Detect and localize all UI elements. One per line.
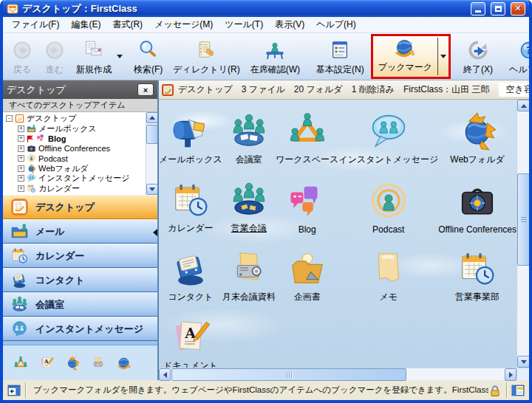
tree-item-desktop[interactable]: - デスクトップ: [6, 114, 144, 124]
directory-icon: [196, 39, 218, 61]
scrollbar-thumb[interactable]: [517, 173, 530, 266]
expand-expander-icon[interactable]: +: [18, 135, 24, 142]
menu-edit[interactable]: 編集(E): [65, 17, 106, 32]
item-sales-department[interactable]: 営業事業部: [438, 238, 516, 307]
tree-item-offline-conferences[interactable]: + Offline Conferences: [6, 144, 144, 154]
menu-format[interactable]: 書式(R): [106, 17, 149, 32]
directory-button[interactable]: ディレクトリ(R): [168, 34, 245, 79]
instant-message-icon: [27, 173, 36, 183]
sidebar-item-instant-message[interactable]: インスタントメッセージ: [3, 317, 157, 341]
chevron-down-icon: [117, 55, 123, 58]
item-conference-room[interactable]: 会議室: [222, 101, 276, 170]
scrollbar-thumb[interactable]: [171, 368, 406, 381]
item-podcast[interactable]: Podcast: [338, 170, 438, 238]
item-sales-meeting[interactable]: 営業会議: [222, 170, 276, 238]
item-offline-conferences[interactable]: Offline Conferences: [438, 170, 516, 238]
scroll-up-button[interactable]: [146, 112, 157, 123]
item-webfolder[interactable]: Webフォルダ: [438, 101, 516, 170]
calendar-icon: [170, 179, 211, 221]
svg-text:?: ?: [526, 44, 532, 56]
expand-expander-icon[interactable]: +: [18, 165, 24, 172]
bookmark-dropdown[interactable]: [438, 36, 449, 77]
forward-button[interactable]: 進む: [38, 34, 71, 79]
arrow-down-icon: [521, 360, 527, 364]
sidebar-item-mail[interactable]: メール: [3, 219, 157, 244]
scroll-up-button[interactable]: [517, 100, 530, 111]
back-button[interactable]: 戻る: [6, 34, 38, 79]
sidebar-filter-bar[interactable]: すべてのデスクトップアイテム: [3, 99, 157, 112]
preferences-button[interactable]: 基本設定(N): [311, 34, 369, 79]
presence-button[interactable]: 在席確認(W): [245, 34, 305, 79]
exit-button[interactable]: 終了(X): [458, 34, 498, 79]
tree-item-instant-message[interactable]: + インスタントメッセージ: [6, 173, 144, 184]
expand-expander-icon[interactable]: +: [18, 145, 24, 152]
menu-help[interactable]: ヘルプ(H): [310, 17, 362, 32]
maximize-button[interactable]: [491, 2, 505, 16]
expand-expander-icon[interactable]: +: [18, 185, 24, 192]
arrow-left-icon: [163, 372, 167, 378]
scroll-right-button[interactable]: [505, 368, 516, 381]
preferences-icon: [329, 39, 351, 61]
workspace-icon[interactable]: [13, 356, 28, 371]
tree-item-webfolder[interactable]: + Webフォルダ: [6, 164, 144, 174]
new-dropdown[interactable]: [117, 34, 123, 79]
scroll-down-button[interactable]: [517, 356, 530, 368]
collapse-expander-icon[interactable]: -: [6, 115, 13, 122]
menu-view[interactable]: 表示(V): [269, 17, 310, 32]
close-button[interactable]: ✕: [511, 2, 525, 16]
presentation-icon[interactable]: [91, 356, 106, 371]
sidebar-item-calendar[interactable]: カレンダー: [3, 244, 157, 268]
item-calendar[interactable]: カレンダー: [159, 170, 222, 238]
expand-expander-icon[interactable]: +: [18, 125, 24, 132]
account-name: FirstClass：山田 三郎: [403, 83, 490, 96]
scroll-left-button[interactable]: [159, 368, 171, 381]
item-proposal[interactable]: 企画書: [276, 238, 338, 307]
minimize-icon: [475, 10, 481, 13]
layout-icon[interactable]: [511, 384, 525, 397]
web-folder-icon[interactable]: [65, 356, 80, 371]
item-blog[interactable]: Blog: [276, 170, 338, 238]
item-monthly-meeting-docs[interactable]: 月末会議資料: [222, 238, 276, 307]
tree-item-blog[interactable]: + Blog: [6, 134, 144, 144]
mailbox-icon: [170, 110, 211, 153]
horizontal-scrollbar[interactable]: [159, 368, 516, 380]
item-memo[interactable]: メモ: [338, 238, 438, 307]
menu-tools[interactable]: ツール(T): [219, 17, 269, 32]
bookmark-globe-icon[interactable]: [117, 356, 132, 371]
vertical-scrollbar[interactable]: [516, 100, 529, 368]
sidebar-item-conferences[interactable]: 会議室: [3, 292, 157, 317]
item-label: Offline Conferences: [438, 224, 516, 235]
minimize-button[interactable]: [471, 2, 485, 16]
search-button[interactable]: 検索(F): [129, 34, 168, 79]
chevron-down-icon: [440, 55, 446, 58]
item-contacts[interactable]: コンタクト: [159, 238, 222, 307]
tree-scrollbar[interactable]: [146, 112, 157, 195]
sidebar-collapse-arrow-icon[interactable]: [153, 229, 157, 236]
item-label: Podcast: [372, 224, 404, 235]
menu-message[interactable]: メッセージ(M): [149, 17, 219, 32]
item-workspace[interactable]: ワークスペース: [276, 101, 338, 170]
item-instant-message[interactable]: インスタントメッセージ: [338, 101, 438, 170]
scroll-down-button[interactable]: [146, 184, 157, 195]
panel-toggle-icon[interactable]: [7, 384, 21, 397]
bookmark-button[interactable]: ブックマーク: [373, 36, 437, 77]
scrollbar-thumb[interactable]: [146, 125, 157, 144]
expand-expander-icon[interactable]: +: [18, 175, 24, 182]
new-button[interactable]: 新規作成: [71, 34, 117, 79]
item-label: 会議室: [236, 154, 262, 166]
panel-close-button[interactable]: ×: [137, 83, 154, 96]
tree-item-calendar[interactable]: + カレンダー: [6, 184, 144, 194]
back-icon: [11, 39, 33, 61]
menu-file[interactable]: ファイル(F): [6, 17, 65, 32]
expand-expander-icon[interactable]: +: [18, 155, 24, 162]
tree-item-mailbox[interactable]: + メールボックス: [6, 124, 144, 134]
bookmark-label: ブックマーク: [378, 61, 432, 74]
sidebar-item-contacts[interactable]: コンタクト: [3, 268, 157, 292]
tree-item-podcast[interactable]: + Podcast: [6, 154, 144, 164]
item-documents[interactable]: A ドキュメント: [159, 307, 222, 368]
documents-icon[interactable]: A: [39, 356, 54, 371]
item-mailbox[interactable]: メールボックス: [159, 101, 222, 170]
help-button[interactable]: ? ヘルプ(H): [504, 34, 532, 79]
sidebar-item-desktop[interactable]: デスクトップ: [3, 195, 157, 219]
titlebar[interactable]: デスクトップ：FirstClass ✕: [3, 0, 529, 17]
